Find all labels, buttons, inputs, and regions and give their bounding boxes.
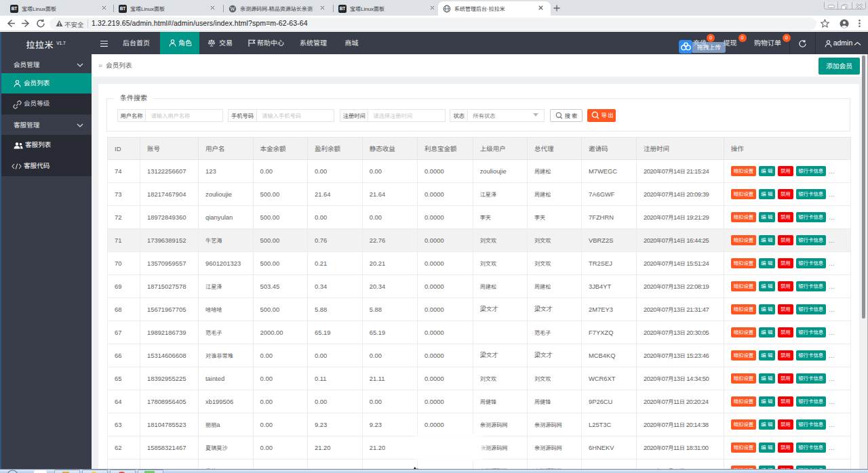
svg-text:W: W [230, 5, 235, 12]
